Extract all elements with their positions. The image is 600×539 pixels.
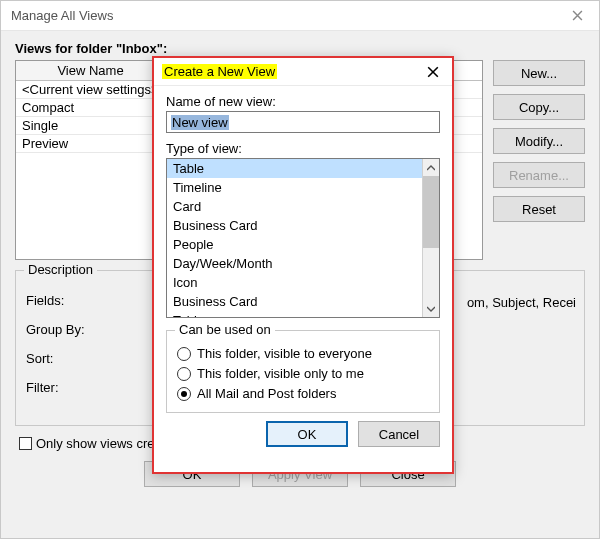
list-item[interactable]: Day/Week/Month (167, 254, 422, 273)
main-titlebar: Manage All Views (1, 1, 599, 31)
copy-button[interactable]: Copy... (493, 94, 585, 120)
close-icon (572, 10, 583, 21)
new-button[interactable]: New... (493, 60, 585, 86)
can-be-used-on-group: Can be used on This folder, visible to e… (166, 330, 440, 413)
scope-label: This folder, visible to everyone (197, 346, 372, 361)
column-view-name[interactable]: View Name (16, 61, 166, 80)
view-name-cell: Preview (16, 135, 166, 152)
name-of-view-label: Name of new view: (166, 94, 440, 109)
scope-legend: Can be used on (175, 322, 275, 337)
reset-button[interactable]: Reset (493, 196, 585, 222)
list-item[interactable]: Table (167, 159, 422, 178)
radio-icon[interactable] (177, 387, 191, 401)
sub-ok-button[interactable]: OK (266, 421, 348, 447)
list-item[interactable]: Business Card (167, 216, 422, 235)
view-name-cell: Single (16, 117, 166, 134)
modify-button[interactable]: Modify... (493, 128, 585, 154)
close-icon (427, 66, 439, 78)
list-item[interactable]: Icon (167, 273, 422, 292)
list-item[interactable]: Timeline (167, 178, 422, 197)
radio-icon[interactable] (177, 347, 191, 361)
only-show-checkbox[interactable] (19, 437, 32, 450)
sub-cancel-button[interactable]: Cancel (358, 421, 440, 447)
sub-titlebar: Create a New View (154, 58, 452, 86)
scroll-thumb[interactable] (423, 176, 439, 248)
view-name-cell: Compact (16, 99, 166, 116)
main-title: Manage All Views (11, 8, 113, 23)
radio-icon[interactable] (177, 367, 191, 381)
chevron-up-icon (427, 165, 435, 171)
scope-option-only-me[interactable]: This folder, visible only to me (177, 366, 429, 381)
scope-option-everyone[interactable]: This folder, visible to everyone (177, 346, 429, 361)
sub-dialog-buttons: OK Cancel (166, 421, 440, 447)
scope-label: This folder, visible only to me (197, 366, 364, 381)
sub-title: Create a New View (162, 64, 277, 79)
type-of-view-label: Type of view: (166, 141, 440, 156)
scroll-track[interactable] (423, 248, 439, 300)
type-of-view-list[interactable]: Table Timeline Card Business Card People… (166, 158, 440, 318)
list-item[interactable]: People (167, 235, 422, 254)
list-item[interactable]: Business Card (167, 292, 422, 311)
scope-option-all-folders[interactable]: All Mail and Post folders (177, 386, 429, 401)
rename-button: Rename... (493, 162, 585, 188)
scroll-down-button[interactable] (423, 300, 439, 317)
chevron-down-icon (427, 306, 435, 312)
main-close-button[interactable] (555, 1, 599, 31)
description-legend: Description (24, 262, 97, 277)
scope-label: All Mail and Post folders (197, 386, 336, 401)
list-item[interactable]: Table (167, 311, 422, 317)
list-item[interactable]: Card (167, 197, 422, 216)
type-list-scrollbar[interactable] (422, 159, 439, 317)
side-buttons: New... Copy... Modify... Rename... Reset (493, 60, 585, 222)
sub-body: Name of new view: New view Type of view:… (154, 86, 452, 457)
view-name-cell: <Current view settings> (16, 81, 166, 98)
scroll-up-button[interactable] (423, 159, 439, 176)
views-for-folder-label: Views for folder "Inbox": (15, 41, 585, 56)
type-list-items: Table Timeline Card Business Card People… (167, 159, 422, 317)
fields-value: om, Subject, Recei (467, 295, 576, 310)
create-new-view-dialog: Create a New View Name of new view: New … (152, 56, 454, 474)
sub-close-button[interactable] (420, 61, 446, 83)
name-of-view-input[interactable]: New view (166, 111, 440, 133)
name-of-view-value: New view (171, 115, 229, 130)
